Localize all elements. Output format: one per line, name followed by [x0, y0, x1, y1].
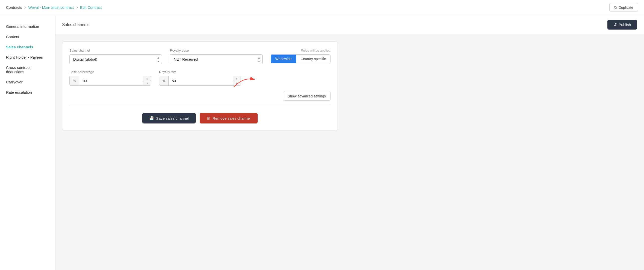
duplicate-button[interactable]: ⧉ Duplicate [609, 3, 638, 12]
breadcrumb-parent[interactable]: Weval - Main artist contract [28, 5, 74, 10]
royalty-rate-label: Royalty rate [159, 70, 241, 74]
rules-toggle: Worldwide Country-specific [271, 54, 331, 63]
action-row: 💾 Save sales channel 🗑 Remove sales chan… [69, 111, 331, 123]
base-percentage-down-button[interactable]: ▼ [143, 81, 151, 85]
section-header: Sales channels ↺ Publish [55, 15, 644, 34]
sidebar-item-general-information[interactable]: General information [0, 21, 55, 32]
sidebar-item-sales-channels[interactable]: Sales channels [0, 42, 55, 52]
royalty-base-label: Royalty base [170, 49, 262, 52]
rules-worldwide-button[interactable]: Worldwide [271, 55, 296, 63]
royalty-base-select[interactable]: NET Received Gross Received PPD [170, 55, 262, 64]
advanced-settings-row: Show advanced settings [69, 92, 331, 101]
publish-button[interactable]: ↺ Publish [607, 20, 637, 30]
duplicate-icon: ⧉ [614, 5, 617, 10]
duplicate-label: Duplicate [619, 6, 633, 10]
sidebar-item-cross-contract-deductions[interactable]: Cross-contract deductions [0, 62, 55, 77]
remove-icon: 🗑 [207, 116, 210, 120]
sidebar: General information Content Sales channe… [0, 15, 55, 270]
sidebar-item-right-holder-payees[interactable]: Right Holder - Payees [0, 52, 55, 62]
sales-channel-select-wrapper: Digital (global) Physical Streaming Down… [69, 54, 162, 64]
publish-label: Publish [619, 23, 631, 27]
rules-country-specific-button[interactable]: Country-specific [296, 55, 330, 63]
save-icon: 💾 [149, 116, 154, 120]
save-label: Save sales channel [156, 116, 189, 120]
royalty-rate-input[interactable] [169, 76, 233, 85]
remove-sales-channel-button[interactable]: 🗑 Remove sales channel [200, 113, 258, 123]
sidebar-item-carryover[interactable]: Carryover [0, 77, 55, 87]
base-percentage-label: Base percentage [69, 70, 151, 74]
royalty-base-group: Royalty base NET Received Gross Received… [170, 49, 262, 64]
sidebar-item-rate-escalation[interactable]: Rate escalation [0, 87, 55, 97]
base-percentage-stepper: ▲ ▼ [143, 76, 151, 85]
sales-channel-group: Sales channel Digital (global) Physical … [69, 49, 162, 64]
sales-channel-label: Sales channel [69, 49, 162, 52]
royalty-rate-prefix: % [159, 76, 169, 85]
form-card: Sales channel Digital (global) Physical … [62, 41, 338, 131]
top-bar: Contracts > Weval - Main artist contract… [0, 0, 644, 15]
rules-label: Rules will be applied [271, 49, 331, 52]
save-sales-channel-button[interactable]: 💾 Save sales channel [142, 113, 196, 123]
card-divider [69, 106, 331, 106]
base-percentage-input-wrapper: % ▲ ▼ [69, 76, 151, 86]
base-percentage-up-button[interactable]: ▲ [143, 76, 151, 81]
base-percentage-prefix: % [70, 76, 79, 85]
royalty-base-select-wrapper: NET Received Gross Received PPD ▴▾ [170, 54, 262, 64]
breadcrumb-sep1: > [24, 5, 26, 10]
form-row-2: Base percentage % ▲ ▼ Royalty rate [69, 70, 331, 86]
section-title: Sales channels [62, 23, 89, 27]
publish-icon: ↺ [613, 22, 617, 27]
arrow-annotation-svg [229, 74, 259, 89]
remove-label: Remove sales channel [212, 116, 251, 120]
breadcrumb: Contracts > Weval - Main artist contract… [6, 5, 102, 10]
rules-section: Rules will be applied Worldwide Country-… [271, 49, 331, 63]
sales-channel-select[interactable]: Digital (global) Physical Streaming Down… [70, 55, 162, 64]
breadcrumb-current: Edit Contract [80, 5, 102, 10]
form-row-1: Sales channel Digital (global) Physical … [69, 49, 331, 64]
advanced-settings-button[interactable]: Show advanced settings [283, 92, 331, 101]
content-area: Sales channel Digital (global) Physical … [55, 34, 644, 138]
main-content: Sales channels ↺ Publish Sales channel D… [55, 15, 644, 270]
base-percentage-input[interactable] [79, 76, 143, 85]
breadcrumb-sep2: > [76, 5, 78, 10]
sidebar-item-content[interactable]: Content [0, 32, 55, 42]
layout: General information Content Sales channe… [0, 15, 644, 270]
breadcrumb-root[interactable]: Contracts [6, 5, 22, 10]
base-percentage-group: Base percentage % ▲ ▼ [69, 70, 151, 86]
